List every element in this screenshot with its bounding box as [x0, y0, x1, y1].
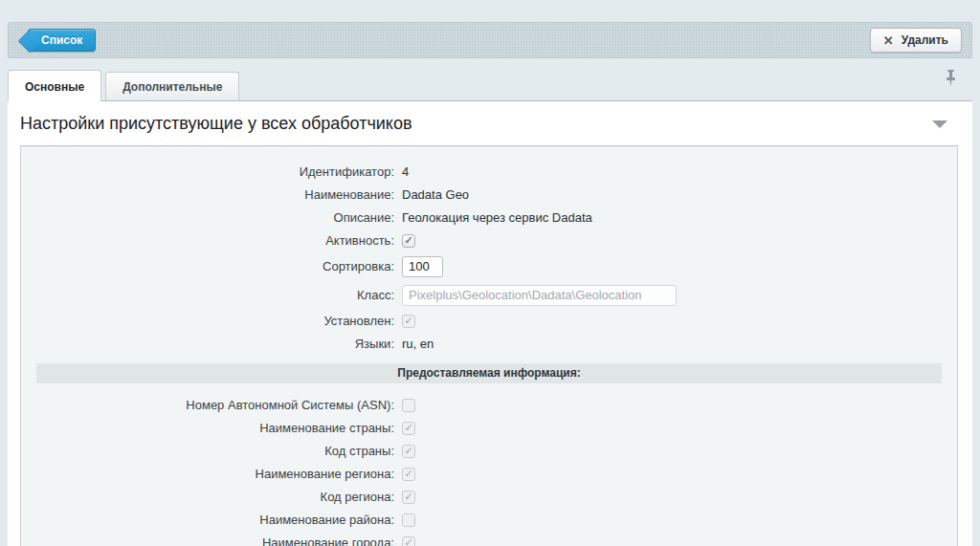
settings-panel: Идентификатор:4Наименование:Dadata GeoОп…	[20, 145, 958, 546]
page: Список ✕ Удалить Основные Дополнительные…	[8, 22, 972, 546]
sort-input[interactable]	[402, 256, 443, 277]
x-icon: ✕	[883, 34, 894, 47]
country-code-checkbox	[402, 445, 415, 458]
info-rows: Номер Автономной Системы (ASN):Наименова…	[21, 394, 957, 546]
field-label-description: Описание:	[21, 210, 402, 225]
delete-button[interactable]: ✕ Удалить	[870, 28, 962, 53]
form-row-sort: Сортировка:	[21, 252, 957, 280]
field-value-languages: ru, en	[402, 337, 434, 351]
form-row-district-name: Наименование района:	[21, 509, 957, 531]
field-label-region-code: Код региона:	[21, 490, 402, 504]
tab-main[interactable]: Основные	[8, 70, 101, 101]
field-label-asn: Номер Автономной Системы (ASN):	[21, 398, 402, 412]
form-row-country-name: Наименование страны:	[21, 417, 957, 439]
collapse-section-icon[interactable]	[932, 120, 947, 128]
field-label-country-code: Код страны:	[21, 444, 402, 458]
field-value-description: Геолокация через сервис Dadata	[402, 210, 592, 225]
section-title: Настройки присутствующие у всех обработч…	[20, 114, 412, 134]
active-checkbox[interactable]	[402, 234, 415, 248]
delete-button-label: Удалить	[902, 33, 948, 47]
pin-icon[interactable]	[945, 70, 957, 91]
form-row-city-name: Наименование города:	[21, 532, 957, 546]
section-header: Настройки присутствующие у всех обработч…	[8, 101, 972, 142]
city-name-checkbox	[402, 536, 415, 546]
tab-strip: Основные Дополнительные	[8, 58, 972, 100]
form-row-languages: Языки:ru, en	[21, 333, 957, 355]
installed-checkbox	[402, 315, 415, 328]
field-label-district-name: Наименование района:	[21, 513, 402, 527]
form-row-region-code: Код региона:	[21, 486, 957, 508]
country-name-checkbox	[402, 422, 415, 435]
field-label-name: Наименование:	[21, 187, 402, 202]
content-area: Настройки присутствующие у всех обработч…	[8, 100, 972, 546]
field-label-installed: Установлен:	[21, 314, 402, 328]
field-label-languages: Языки:	[21, 337, 402, 351]
asn-checkbox	[402, 399, 415, 412]
field-label-country-name: Наименование страны:	[21, 421, 402, 435]
form-row-active: Активность:	[21, 229, 957, 251]
field-value-identifier: 4	[402, 164, 409, 179]
region-name-checkbox	[402, 468, 415, 481]
field-label-identifier: Идентификатор:	[21, 164, 402, 179]
form-row-installed: Установлен:	[21, 310, 957, 332]
tab-additional[interactable]: Дополнительные	[105, 72, 239, 100]
toolbar: Список ✕ Удалить	[8, 22, 972, 58]
form-row-class: Класс:	[21, 281, 957, 309]
field-label-region-name: Наименование региона:	[21, 467, 402, 481]
form-row-country-code: Код страны:	[21, 440, 957, 462]
form-rows: Идентификатор:4Наименование:Dadata GeoОп…	[21, 161, 957, 355]
list-button-label: Список	[41, 33, 82, 47]
field-label-active: Активность:	[21, 233, 402, 248]
form-row-region-name: Наименование региона:	[21, 463, 957, 485]
class-input	[402, 285, 677, 306]
field-value-name: Dadata Geo	[402, 187, 469, 202]
field-label-class: Класс:	[21, 288, 402, 302]
info-header: Предоставляемая информация:	[36, 363, 942, 383]
region-code-checkbox	[402, 491, 415, 504]
field-label-sort: Сортировка:	[21, 259, 402, 273]
form-row-name: Наименование:Dadata Geo	[21, 184, 957, 206]
form-row-identifier: Идентификатор:4	[21, 161, 957, 183]
field-label-city-name: Наименование города:	[21, 535, 402, 546]
list-button[interactable]: Список	[28, 29, 96, 52]
form-row-asn: Номер Автономной Системы (ASN):	[21, 394, 957, 416]
form-row-description: Описание:Геолокация через сервис Dadata	[21, 207, 957, 229]
district-name-checkbox	[402, 513, 415, 527]
